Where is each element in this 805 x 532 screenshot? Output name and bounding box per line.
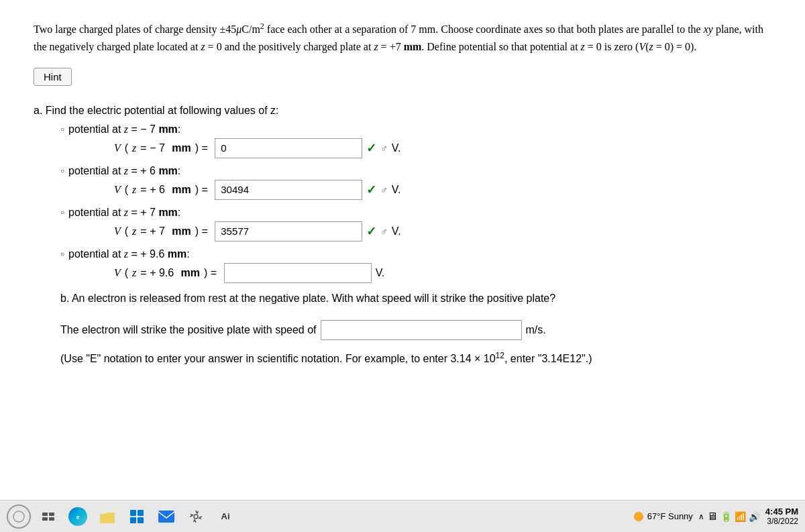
- network-icon: 🖥: [707, 511, 718, 523]
- weather-text: 67°F Sunny: [647, 511, 693, 521]
- svg-point-0: [13, 511, 24, 522]
- speed-input[interactable]: [321, 320, 522, 340]
- sub4-input[interactable]: [224, 263, 372, 283]
- sub4-bullet: ○ potential at z = + 9.6 mm:: [60, 248, 771, 260]
- speed-label: The electron will strike the positive pl…: [60, 324, 317, 336]
- sub3-answer-line: V(z = + 7 mm) = ✓ ♂ V.: [114, 221, 771, 242]
- settings-button[interactable]: [184, 504, 208, 529]
- notation-note: (Use "E" notation to enter your answer i…: [60, 350, 771, 368]
- sub3-unit: V.: [392, 225, 401, 237]
- sub1-unit: V.: [392, 142, 401, 154]
- sub2-answer-line: V(z = + 6 mm) = ✓ ♂ V.: [114, 180, 771, 200]
- svg-rect-7: [158, 511, 174, 523]
- sub2-gender-icon: ♂: [380, 184, 388, 195]
- taskview-button[interactable]: [36, 504, 60, 529]
- clock-date: 3/8/2022: [765, 517, 798, 526]
- sub1-answer-line: V(z = − 7 mm) = ✓ ♂ V.: [114, 138, 771, 158]
- sub1-check: ✓: [366, 141, 376, 156]
- ai-button[interactable]: Ai: [213, 504, 237, 529]
- mail-button[interactable]: [154, 504, 178, 529]
- taskbar: e: [0, 500, 805, 532]
- edge-browser-button[interactable]: e: [66, 504, 90, 529]
- taskbar-left: e: [7, 504, 237, 529]
- hint-button[interactable]: Hint: [34, 68, 72, 86]
- sub1-input[interactable]: [215, 138, 362, 158]
- edge-icon: e: [68, 507, 87, 526]
- clock-time: 4:45 PM: [765, 507, 798, 517]
- svg-rect-3: [42, 517, 48, 521]
- svg-rect-2: [49, 513, 54, 516]
- sub4-unit: V.: [376, 267, 385, 279]
- sub4-answer-line: V(z = + 9.6 mm) = V.: [114, 263, 771, 283]
- taskbar-right: 67°F Sunny ∧ 🖥 🔋 📶 🔊 4:45 PM 3/8/2022: [634, 507, 798, 526]
- sub2-check: ✓: [366, 182, 376, 197]
- wifi-icon: 📶: [735, 511, 746, 522]
- chevron-up-icon[interactable]: ∧: [698, 512, 704, 521]
- sys-tray: ∧ 🖥 🔋 📶 🔊: [698, 511, 760, 523]
- sub2-input[interactable]: [215, 180, 362, 200]
- svg-rect-4: [49, 517, 54, 521]
- file-explorer-button[interactable]: [95, 504, 119, 529]
- speed-unit: m/s.: [526, 324, 546, 336]
- problem-statement: Two large charged plates of charge densi…: [34, 20, 771, 56]
- sub1-bullet: ○ potential at z = − 7 mm:: [60, 123, 771, 136]
- svg-point-8: [194, 515, 198, 519]
- sub1-gender-icon: ♂: [380, 143, 388, 154]
- volume-icon[interactable]: 🔊: [749, 511, 760, 522]
- grid-icon: [130, 510, 144, 523]
- part-b-text: b. An electron is released from rest at …: [60, 290, 771, 307]
- weather-icon: [634, 512, 643, 521]
- speed-line: The electron will strike the positive pl…: [60, 320, 771, 340]
- time-section: 4:45 PM 3/8/2022: [765, 507, 798, 526]
- sub2-bullet: ○ potential at z = + 6 mm:: [60, 165, 771, 177]
- sub3-gender-icon: ♂: [380, 226, 388, 237]
- sub3-bullet: ○ potential at z = + 7 mm:: [60, 207, 771, 219]
- sub2-unit: V.: [392, 184, 401, 196]
- weather-section: 67°F Sunny: [634, 511, 693, 521]
- part-a-label: a. Find the electric potential at follow…: [34, 105, 771, 117]
- svg-rect-6: [100, 515, 115, 523]
- start-button[interactable]: [7, 504, 31, 529]
- grid-app-button[interactable]: [125, 504, 149, 529]
- sub3-input[interactable]: [215, 221, 362, 242]
- battery-icon: 🔋: [720, 511, 732, 522]
- svg-rect-1: [42, 513, 48, 516]
- sub3-check: ✓: [366, 224, 376, 239]
